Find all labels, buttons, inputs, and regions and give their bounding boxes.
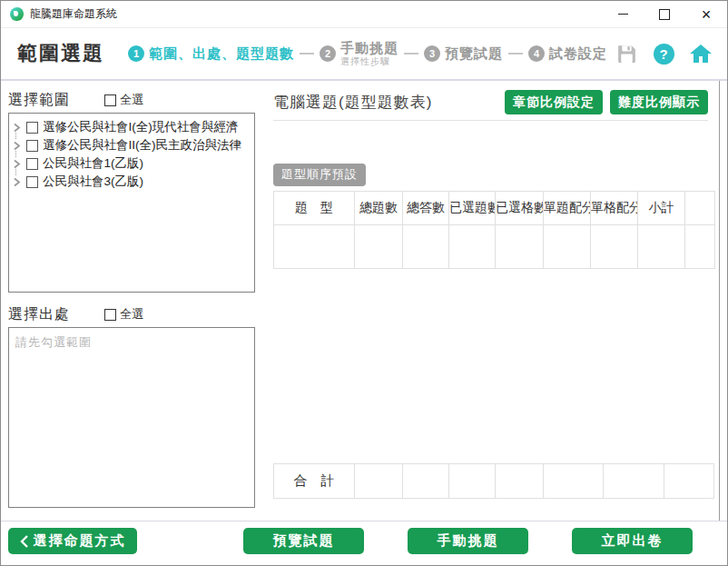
total-cell xyxy=(544,464,604,499)
step-label: 預覽試題 xyxy=(445,46,503,62)
total-cell xyxy=(604,464,664,499)
tree-item-checkbox[interactable] xyxy=(26,122,38,134)
step-connector xyxy=(508,53,523,55)
chevron-right-icon[interactable] xyxy=(13,157,22,170)
column-header: 小計 xyxy=(638,192,685,225)
generate-exam-button[interactable]: 立即出卷 xyxy=(572,528,693,554)
total-cell xyxy=(496,464,544,499)
tree-item-label: 選修公民與社會I(全)現代社會與經濟 xyxy=(43,119,238,135)
maximize-icon xyxy=(659,9,670,20)
source-select-all-label: 全選 xyxy=(120,306,143,323)
source-select-all[interactable]: 全選 xyxy=(104,306,143,323)
tree-item[interactable]: 選修公民與社會II(全)民主政治與法律 xyxy=(13,136,251,154)
table-cell[interactable] xyxy=(449,225,496,269)
total-table: 合 計 xyxy=(273,463,714,499)
step-labels: 範圍、出處、題型題數 xyxy=(149,46,294,62)
question-type-table: 題 型總題數總答數已選題數已選格數單題配分單格配分小計 xyxy=(273,191,715,269)
step-label: 範圍、出處、題型題數 xyxy=(149,46,294,62)
column-header: 已選格數 xyxy=(496,192,544,225)
step-connector xyxy=(300,53,314,55)
save-button[interactable] xyxy=(615,42,638,65)
table-header-row: 題 型總題數總答數已選題數已選格數單題配分單格配分小計 xyxy=(274,192,715,225)
type-order-preset-button[interactable]: 題型順序預設 xyxy=(273,164,366,186)
table-cell[interactable] xyxy=(274,225,355,269)
minimize-button[interactable] xyxy=(602,1,644,28)
total-cell xyxy=(449,464,496,499)
tree-item[interactable]: 選修公民與社會I(全)現代社會與經濟 xyxy=(13,118,251,136)
page-title: 範圍選題 xyxy=(17,40,104,67)
app-logo-icon xyxy=(10,7,24,21)
wizard-step-2[interactable]: 2手動挑題選擇性步驟 xyxy=(320,41,398,66)
total-label: 合 計 xyxy=(274,464,355,499)
total-row: 合 計 xyxy=(274,464,714,499)
help-icon: ? xyxy=(654,44,674,65)
left-panel: 選擇範圍 全選 選修公民與社會I(全)現代社會與經濟選修公民與社會II(全)民主… xyxy=(1,81,264,521)
ratio-buttons: 章節比例設定 難度比例顯示 xyxy=(505,90,708,114)
manual-pick-button[interactable]: 手動挑題 xyxy=(408,528,528,554)
range-select-all-label: 全選 xyxy=(120,92,143,108)
app-window: 龍騰題庫命題系統 × 範圍選題 1範圍、出處、題型題數2手動挑題選擇性步驟3預覽… xyxy=(0,0,728,566)
back-to-mode-button[interactable]: 選擇命題方式 xyxy=(8,528,137,554)
preview-exam-button[interactable]: 預覽試題 xyxy=(243,528,364,554)
source-panel-title: 選擇出處 xyxy=(8,305,70,324)
total-cell xyxy=(355,464,403,499)
table-cell[interactable] xyxy=(591,225,638,269)
tree-item-checkbox[interactable] xyxy=(26,158,38,170)
column-header: 單題配分 xyxy=(544,192,591,225)
source-list: 請先勾選範圍 xyxy=(8,327,255,508)
table-cell[interactable] xyxy=(685,225,715,269)
step-labels: 試卷設定 xyxy=(549,46,607,62)
column-header: 單格配分 xyxy=(591,192,638,225)
range-select-all-checkbox[interactable] xyxy=(104,94,116,106)
home-icon xyxy=(689,43,713,65)
step-sublabel: 選擇性步驟 xyxy=(340,56,398,66)
table-cell[interactable] xyxy=(496,225,544,269)
tree-item-checkbox[interactable] xyxy=(26,176,38,188)
chapter-ratio-button[interactable]: 章節比例設定 xyxy=(505,90,603,114)
wizard-step-4[interactable]: 4試卷設定 xyxy=(528,45,607,62)
close-button[interactable]: × xyxy=(685,1,727,28)
table-cell[interactable] xyxy=(403,225,449,269)
column-header: 總答數 xyxy=(403,192,449,225)
footer-bar: 選擇命題方式 預覽試題 手動挑題 立即出卷 xyxy=(1,521,727,565)
chevron-right-icon[interactable] xyxy=(13,175,22,188)
wizard-step-3[interactable]: 3預覽試題 xyxy=(424,45,503,62)
wizard-step-1[interactable]: 1範圍、出處、題型題數 xyxy=(128,45,294,62)
question-type-header: 電腦選題(題型題數表) 章節比例設定 難度比例顯示 xyxy=(273,90,708,114)
help-button[interactable]: ? xyxy=(652,42,675,65)
close-icon: × xyxy=(702,6,712,23)
step-labels: 預覽試題 xyxy=(445,46,503,62)
step-number-badge: 1 xyxy=(128,45,144,62)
total-cell xyxy=(664,464,714,499)
tree-item[interactable]: 公民與社會1(乙版) xyxy=(13,154,251,173)
home-button[interactable] xyxy=(689,42,713,65)
table-cell[interactable] xyxy=(544,225,591,269)
step-number-badge: 2 xyxy=(320,45,336,62)
back-to-mode-label: 選擇命題方式 xyxy=(34,532,126,550)
chevron-right-icon[interactable] xyxy=(13,139,22,152)
chevron-left-icon xyxy=(20,535,28,548)
question-type-title: 電腦選題(題型題數表) xyxy=(273,92,432,113)
column-header: 已選題數 xyxy=(449,192,496,225)
minimize-icon xyxy=(618,14,628,15)
step-label: 手動挑題 xyxy=(340,41,398,56)
tree-item-checkbox[interactable] xyxy=(26,140,38,152)
difficulty-ratio-button[interactable]: 難度比例顯示 xyxy=(610,90,708,114)
step-number-badge: 3 xyxy=(424,45,440,62)
maximize-button[interactable] xyxy=(644,1,685,28)
chevron-right-icon[interactable] xyxy=(13,121,22,134)
column-header: 總題數 xyxy=(355,192,403,225)
window-title: 龍騰題庫命題系統 xyxy=(30,6,117,22)
header: 範圍選題 1範圍、出處、題型題數2手動挑題選擇性步驟3預覽試題4試卷設定 ? xyxy=(1,28,727,81)
total-cell xyxy=(403,464,449,499)
table-cell[interactable] xyxy=(355,225,403,269)
tree-item-label: 公民與社會1(乙版) xyxy=(43,155,143,172)
tree-item-label: 選修公民與社會II(全)民主政治與法律 xyxy=(43,137,241,154)
source-panel-header: 選擇出處 全選 xyxy=(8,304,264,324)
source-select-all-checkbox[interactable] xyxy=(104,309,116,321)
table-cell[interactable] xyxy=(638,225,685,269)
tree-item[interactable]: 公民與社會3(乙版) xyxy=(13,173,251,191)
range-select-all[interactable]: 全選 xyxy=(104,92,143,108)
range-panel-title: 選擇範圍 xyxy=(8,91,70,110)
titlebar: 龍騰題庫命題系統 × xyxy=(1,1,727,28)
